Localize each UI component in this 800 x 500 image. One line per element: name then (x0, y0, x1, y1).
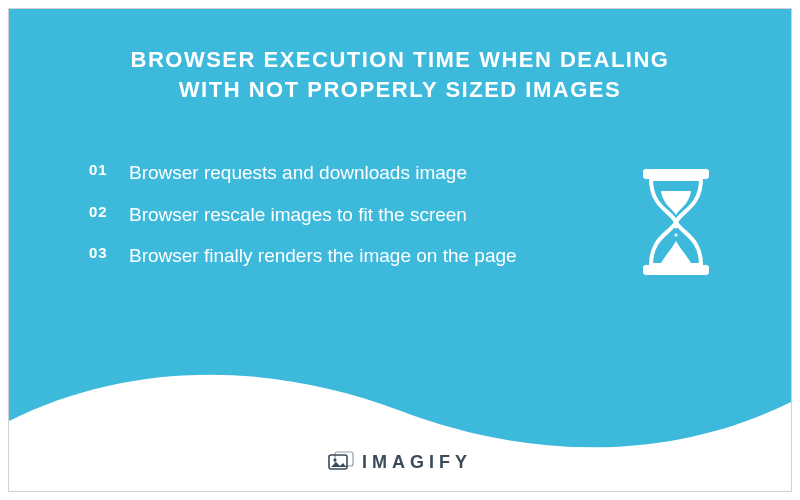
list-item: 01 Browser requests and downloads image (89, 159, 621, 187)
svg-point-3 (674, 234, 677, 237)
brand-name: IMAGIFY (362, 452, 472, 473)
card-title: BROWSER EXECUTION TIME WHEN DEALING WITH… (9, 9, 791, 114)
step-text: Browser requests and downloads image (129, 159, 467, 187)
list-item: 03 Browser finally renders the image on … (89, 242, 621, 270)
card-content: 01 Browser requests and downloads image … (9, 114, 791, 284)
hourglass-icon (621, 159, 731, 277)
brand-logo-icon (328, 451, 354, 473)
step-text: Browser finally renders the image on the… (129, 242, 517, 270)
step-number: 02 (89, 201, 129, 220)
steps-list: 01 Browser requests and downloads image … (89, 159, 621, 284)
step-number: 01 (89, 159, 129, 178)
step-text: Browser rescale images to fit the screen (129, 201, 467, 229)
svg-point-2 (674, 226, 677, 229)
footer: IMAGIFY (9, 451, 791, 473)
step-number: 03 (89, 242, 129, 261)
list-item: 02 Browser rescale images to fit the scr… (89, 201, 621, 229)
info-card: BROWSER EXECUTION TIME WHEN DEALING WITH… (8, 8, 792, 492)
